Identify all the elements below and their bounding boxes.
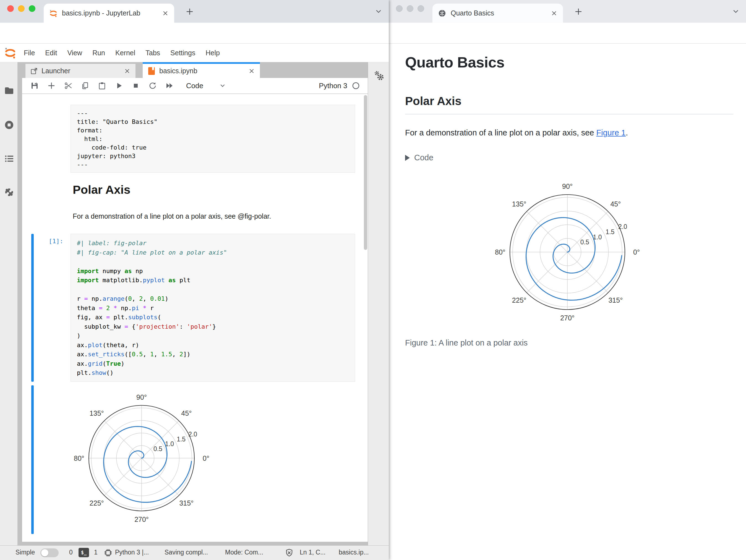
code-line: #| fig-cap: "A line plot on a polar axis… — [77, 248, 349, 257]
output-collapser[interactable] — [31, 385, 34, 534]
new-tab-button[interactable] — [573, 7, 583, 17]
browser-tab[interactable]: Quarto Basics — [432, 4, 563, 23]
code-editor[interactable]: #| label: fig-polar#| fig-cap: "A line p… — [77, 239, 349, 378]
menu-settings[interactable]: Settings — [170, 49, 195, 57]
menu-view[interactable]: View — [67, 49, 82, 57]
page-title: Quarto Basics — [405, 54, 505, 71]
markdown-heading: Polar Axis — [73, 183, 131, 197]
launcher-icon — [30, 67, 38, 75]
kernel-count: 1 — [94, 549, 97, 556]
tab-search-chevron-icon[interactable] — [731, 7, 740, 16]
yaml-line: --- — [77, 109, 349, 117]
code-cell[interactable]: #| label: fig-polar#| fig-cap: "A line p… — [70, 234, 355, 382]
restart-run-all-button[interactable] — [165, 82, 174, 90]
code-line: #| label: fig-polar — [77, 239, 349, 248]
tab-launcher[interactable]: Launcher — [25, 64, 136, 78]
browser-toolbar: localhost:4479 — [389, 23, 746, 44]
zoom-window-button[interactable] — [418, 5, 424, 12]
kernel-status-icon[interactable] — [352, 82, 360, 90]
menu-edit[interactable]: Edit — [45, 49, 57, 57]
menu-run[interactable]: Run — [92, 49, 105, 57]
table-of-contents-icon[interactable] — [4, 154, 14, 164]
cell-collapser[interactable] — [31, 234, 34, 382]
section-heading: Polar Axis — [405, 94, 733, 114]
svg-text:135°: 135° — [90, 409, 104, 417]
cursor-position[interactable]: Ln 1, C... — [300, 549, 325, 556]
code-line: import numpy as np — [77, 266, 349, 276]
code-fold-summary[interactable]: Code — [405, 153, 433, 162]
kernel-name[interactable]: Python 3 — [319, 82, 347, 90]
extensions-icon[interactable] — [4, 187, 14, 197]
tab-notebook-label: basics.ipynb — [159, 67, 248, 75]
add-cell-button[interactable] — [47, 82, 56, 90]
menu-kernel[interactable]: Kernel — [115, 49, 135, 57]
window-controls[interactable] — [7, 5, 35, 12]
svg-text:2.0: 2.0 — [618, 223, 627, 230]
minimize-window-button[interactable] — [18, 5, 25, 12]
svg-text:180°: 180° — [495, 248, 506, 256]
copy-cells-button[interactable] — [81, 82, 89, 90]
property-inspector-gears-icon[interactable] — [373, 70, 384, 82]
svg-text:90°: 90° — [136, 393, 147, 401]
zoom-window-button[interactable] — [29, 5, 35, 12]
svg-text:2.0: 2.0 — [188, 431, 197, 438]
left-activity-bar — [0, 62, 18, 546]
jupyterlab-menubar: FileEditViewRunKernelTabsSettingsHelp — [0, 44, 389, 62]
window-controls[interactable] — [396, 5, 424, 12]
kernel-status-text[interactable]: Python 3 |... — [115, 549, 149, 556]
yaml-code: ---title: "Quarto Basics"format: html: c… — [77, 109, 349, 169]
close-tab-icon[interactable] — [162, 10, 169, 17]
notebook-file-icon — [148, 67, 155, 75]
running-kernels-icon[interactable] — [4, 120, 14, 130]
right-activity-bar — [368, 62, 389, 546]
simple-mode-toggle[interactable] — [40, 549, 59, 557]
tab-search-chevron-icon[interactable] — [374, 7, 383, 16]
svg-text:0.5: 0.5 — [580, 239, 589, 246]
menu-list: FileEditViewRunKernelTabsSettingsHelp — [24, 49, 230, 57]
paragraph-text-end: . — [626, 128, 628, 137]
simple-mode-label: Simple — [16, 549, 35, 556]
quarto-browser-window: Quarto Basics — [389, 0, 746, 560]
restart-kernel-button[interactable] — [148, 82, 157, 90]
svg-text:1.5: 1.5 — [606, 228, 614, 236]
kernel-chip-icon[interactable] — [104, 549, 113, 557]
save-button[interactable] — [30, 82, 39, 90]
trust-shield-icon[interactable] — [285, 549, 294, 557]
terminal-count: 0 — [69, 549, 73, 556]
svg-text:0°: 0° — [633, 248, 640, 256]
paste-cells-button[interactable] — [98, 82, 106, 90]
cell-type-select[interactable]: Code — [186, 82, 203, 90]
cut-cells-button[interactable] — [64, 82, 73, 90]
yaml-raw-cell[interactable]: ---title: "Quarto Basics"format: html: c… — [70, 105, 355, 173]
browser-tab-title: Quarto Basics — [451, 9, 551, 17]
menu-help[interactable]: Help — [205, 49, 220, 57]
quarto-page: Quarto Basics Polar Axis For a demonstra… — [389, 44, 746, 560]
polar-plot-output: 0°45°90°135°180°225°270°315°0.51.01.52.0 — [74, 386, 209, 528]
menu-tabs[interactable]: Tabs — [145, 49, 160, 57]
minimize-window-button[interactable] — [407, 5, 413, 12]
new-tab-button[interactable] — [185, 7, 195, 17]
notebook-scrollbar[interactable] — [364, 95, 367, 250]
code-line: r = np.arange(0, 2, 0.01) — [77, 294, 349, 303]
yaml-line: jupyter: python3 — [77, 152, 349, 160]
browser-tab-title: basics.ipynb - JupyterLab — [62, 9, 162, 17]
file-browser-icon[interactable] — [4, 86, 14, 96]
interrupt-kernel-button[interactable] — [132, 82, 140, 90]
notebook-content: ---title: "Quarto Basics"format: html: c… — [22, 94, 368, 542]
tab-notebook[interactable]: basics.ipynb — [143, 62, 260, 78]
close-window-button[interactable] — [396, 5, 403, 12]
cell-type-chevron-icon[interactable] — [219, 82, 226, 89]
svg-text:0°: 0° — [203, 454, 209, 462]
close-tab-icon[interactable] — [551, 10, 557, 17]
close-window-button[interactable] — [7, 5, 14, 12]
browser-tab[interactable]: basics.ipynb - JupyterLab — [44, 4, 174, 23]
run-cell-button[interactable] — [115, 82, 123, 90]
code-line: ax.grid(True) — [77, 359, 349, 369]
jupyterlab-browser-window: basics.ipynb - JupyterLab — [0, 0, 389, 560]
figure-link[interactable]: Figure 1 — [596, 128, 626, 137]
terminal-icon[interactable]: $_ — [79, 548, 89, 557]
svg-text:225°: 225° — [90, 499, 104, 507]
close-notebook-tab-icon[interactable] — [248, 68, 255, 75]
close-launcher-tab-icon[interactable] — [124, 68, 131, 75]
menu-file[interactable]: File — [24, 49, 35, 57]
